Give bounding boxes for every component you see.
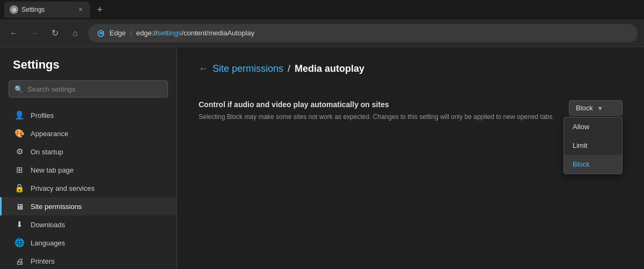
profiles-icon: 👤: [14, 110, 24, 120]
breadcrumb-current: Media autoplay: [295, 63, 364, 74]
search-box[interactable]: 🔍 Search settings: [9, 80, 168, 98]
dropdown-option-limit[interactable]: Limit: [564, 136, 622, 155]
sidebar-item-downloads[interactable]: ⬇ Downloads: [0, 215, 177, 234]
privacy-icon: 🔒: [14, 183, 24, 193]
autoplay-dropdown-menu: Allow Limit Block: [564, 117, 623, 174]
sidebar-label-printers: Printers: [31, 257, 55, 265]
setting-title: Control if audio and video play automati…: [199, 100, 564, 109]
appearance-icon: 🎨: [14, 129, 24, 138]
sidebar: Settings 🔍 Search settings 👤 Profiles 🎨 …: [0, 47, 177, 269]
site-permissions-icon: 🖥: [14, 201, 24, 211]
sidebar-item-profiles[interactable]: 👤 Profiles: [0, 106, 177, 124]
url-path: /content/mediaAutoplay: [181, 29, 254, 37]
sidebar-item-site-permissions[interactable]: 🖥 Site permissions: [0, 197, 177, 215]
printers-icon: 🖨: [14, 256, 24, 266]
sidebar-item-appearance[interactable]: 🎨 Appearance: [0, 124, 177, 143]
search-settings-input[interactable]: Search settings: [27, 85, 76, 93]
sidebar-label-new-tab-page: New tab page: [31, 166, 74, 174]
settings-tab-icon: ⚙: [10, 5, 18, 14]
breadcrumb: ← Site permissions / Media autoplay: [199, 63, 623, 74]
reload-button[interactable]: ↻: [47, 26, 62, 41]
sidebar-label-languages: Languages: [31, 239, 65, 247]
sidebar-label-site-permissions: Site permissions: [31, 203, 82, 211]
browser-brand: Edge: [109, 29, 126, 37]
sidebar-label-on-startup: On startup: [31, 148, 63, 156]
autoplay-dropdown-container: Block ▼ Allow Limit Block: [569, 100, 623, 116]
main-layout: Settings 🔍 Search settings 👤 Profiles 🎨 …: [0, 47, 644, 269]
autoplay-dropdown-trigger[interactable]: Block ▼: [569, 100, 623, 116]
address-separator: |: [130, 29, 131, 37]
new-tab-page-icon: ⊞: [14, 165, 24, 175]
downloads-icon: ⬇: [14, 220, 24, 229]
address-url: edge://settings/content/mediaAutoplay: [136, 29, 254, 37]
tab-close-button[interactable]: ×: [76, 5, 85, 14]
search-icon: 🔍: [14, 85, 23, 93]
sidebar-item-new-tab-page[interactable]: ⊞ New tab page: [0, 161, 177, 179]
tab-title: Settings: [21, 6, 73, 13]
languages-icon: 🌐: [14, 238, 24, 248]
forward-button[interactable]: →: [27, 26, 42, 41]
sidebar-label-profiles: Profiles: [31, 111, 54, 119]
sidebar-label-appearance: Appearance: [31, 130, 68, 138]
url-settings-word: settings: [158, 29, 182, 37]
sidebar-item-printers[interactable]: 🖨 Printers: [0, 252, 177, 269]
sidebar-item-on-startup[interactable]: ⚙ On startup: [0, 143, 177, 161]
address-box[interactable]: Edge | edge://settings/content/mediaAuto…: [88, 24, 638, 42]
breadcrumb-link[interactable]: Site permissions: [213, 63, 283, 74]
addressbar: ← → ↻ ⌂ Edge | edge://settings/content/m…: [0, 19, 644, 47]
dropdown-option-block[interactable]: Block: [564, 155, 622, 174]
on-startup-icon: ⚙: [14, 147, 24, 156]
sidebar-item-privacy-services[interactable]: 🔒 Privacy and services: [0, 179, 177, 197]
content-area: ← Site permissions / Media autoplay Cont…: [177, 47, 644, 269]
chevron-down-icon: ▼: [597, 105, 603, 111]
setting-description: Selecting Block may make some sites not …: [199, 112, 564, 122]
sidebar-item-languages[interactable]: 🌐 Languages: [0, 234, 177, 252]
sidebar-label-downloads: Downloads: [31, 221, 65, 229]
setting-info: Control if audio and video play automati…: [199, 100, 564, 122]
home-button[interactable]: ⌂: [68, 26, 83, 41]
new-tab-button[interactable]: +: [92, 2, 107, 17]
settings-tab[interactable]: ⚙ Settings ×: [4, 2, 90, 18]
breadcrumb-back-arrow[interactable]: ←: [199, 63, 208, 74]
url-protocol: edge://: [136, 29, 158, 37]
dropdown-selected-value: Block: [576, 104, 593, 112]
media-autoplay-setting: Control if audio and video play automati…: [199, 89, 623, 132]
breadcrumb-separator: /: [288, 63, 290, 74]
back-button[interactable]: ←: [6, 26, 21, 41]
dropdown-option-allow[interactable]: Allow: [564, 117, 622, 136]
edge-logo-icon: [97, 29, 105, 38]
sidebar-title: Settings: [0, 58, 177, 80]
sidebar-label-privacy-services: Privacy and services: [31, 184, 94, 192]
titlebar: ⚙ Settings × +: [0, 0, 644, 19]
